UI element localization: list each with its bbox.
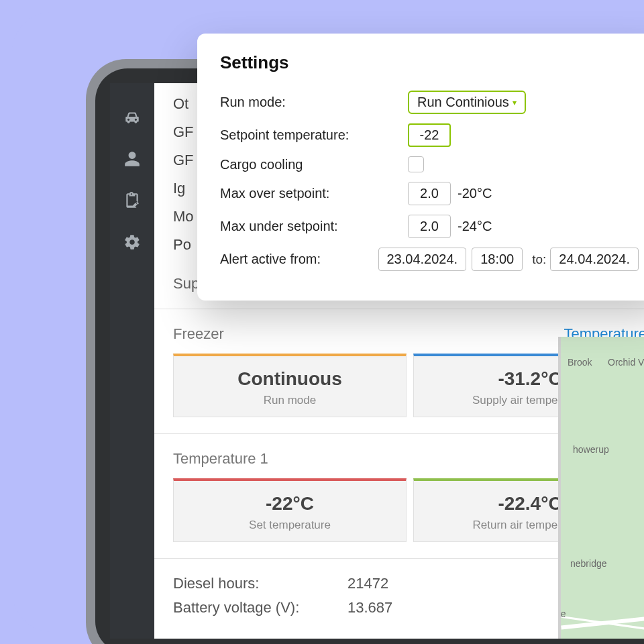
map-label: howerup [573, 444, 609, 455]
run-mode-card: Continuous Run mode [173, 354, 407, 417]
max-over-label: Max over setpoint: [220, 186, 408, 201]
alert-date-from[interactable]: 23.04.2024. [378, 248, 467, 271]
map-label: rve [558, 608, 566, 619]
diesel-hours-value: 21472 [347, 575, 388, 592]
run-mode-selected: Run Continious [417, 95, 509, 110]
battery-voltage-value: 13.687 [347, 599, 392, 616]
map-label: Orchid Va [608, 357, 644, 368]
max-under-label: Max under setpoint: [220, 219, 408, 234]
car-icon[interactable] [123, 109, 141, 126]
map-label: nebridge [570, 558, 607, 569]
cargo-cooling-label: Cargo cooling [220, 157, 408, 172]
battery-voltage-label: Battery voltage (V): [173, 599, 347, 616]
max-under-input[interactable]: 2.0 [408, 215, 451, 238]
cargo-cooling-checkbox[interactable] [408, 156, 424, 172]
max-under-result: -24°C [458, 219, 492, 234]
settings-panel: Settings Run mode: Run Continious ▾ Setp… [197, 34, 644, 301]
set-temp-label: Set temperature [174, 519, 406, 532]
setpoint-label: Setpoint temperature: [220, 127, 408, 143]
run-mode-label: Run mode [174, 394, 406, 407]
clipboard-icon[interactable] [123, 192, 141, 209]
set-temp-value: -22°C [174, 493, 406, 515]
max-over-input[interactable]: 2.0 [408, 182, 451, 205]
setpoint-input[interactable]: -22 [408, 123, 451, 147]
gear-icon[interactable] [123, 233, 141, 251]
alert-time-from[interactable]: 18:00 [472, 248, 523, 271]
chevron-down-icon: ▾ [513, 98, 517, 107]
run-mode-select[interactable]: Run Continious ▾ [408, 91, 526, 114]
map-panel[interactable]: Brook Orchid Va howerup nebridge rve [558, 337, 644, 639]
alert-to-label: to: [532, 252, 546, 267]
alert-date-to[interactable]: 24.04.2024. [550, 248, 639, 271]
freezer-title: Freezer [173, 325, 224, 343]
run-mode-value: Continuous [174, 368, 406, 390]
run-mode-label: Run mode: [220, 95, 408, 110]
temp1-title: Temperature 1 [173, 450, 268, 468]
alert-active-label: Alert active from: [220, 252, 378, 267]
set-temp-card: -22°C Set temperature [173, 478, 407, 542]
max-over-result: -20°C [458, 186, 492, 201]
person-icon[interactable] [123, 150, 141, 168]
map-label: Brook [568, 357, 592, 368]
diesel-hours-label: Diesel hours: [173, 575, 347, 592]
settings-title: Settings [220, 52, 644, 73]
sidebar [110, 83, 154, 639]
